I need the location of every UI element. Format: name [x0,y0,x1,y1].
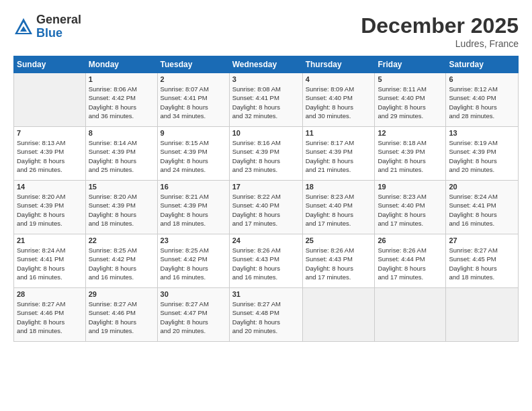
day-info: Sunrise: 8:27 AM Sunset: 4:48 PM Dayligh… [232,300,300,335]
col-monday: Monday [85,56,157,73]
day-cell: 31Sunrise: 8:27 AM Sunset: 4:48 PM Dayli… [229,288,302,342]
day-cell: 9Sunrise: 8:15 AM Sunset: 4:39 PM Daylig… [157,127,229,181]
day-info: Sunrise: 8:24 AM Sunset: 4:41 PM Dayligh… [449,192,515,228]
logo-text: General Blue [36,13,81,40]
day-cell: 18Sunrise: 8:23 AM Sunset: 4:40 PM Dayli… [302,181,375,234]
day-info: Sunrise: 8:06 AM Sunset: 4:42 PM Dayligh… [89,85,154,120]
day-number: 24 [232,236,300,244]
day-info: Sunrise: 8:08 AM Sunset: 4:41 PM Dayligh… [232,85,300,120]
day-cell: 12Sunrise: 8:18 AM Sunset: 4:39 PM Dayli… [375,127,446,181]
day-info: Sunrise: 8:23 AM Sunset: 4:40 PM Dayligh… [306,192,372,228]
day-cell: 20Sunrise: 8:24 AM Sunset: 4:41 PM Dayli… [446,181,519,234]
day-info: Sunrise: 8:25 AM Sunset: 4:42 PM Dayligh… [89,246,154,281]
day-info: Sunrise: 8:26 AM Sunset: 4:43 PM Dayligh… [306,246,372,281]
logo: General Blue [13,13,81,40]
day-cell: 10Sunrise: 8:16 AM Sunset: 4:39 PM Dayli… [229,127,302,181]
day-cell [375,288,446,342]
day-number: 10 [232,129,300,137]
day-number: 19 [378,183,443,191]
day-info: Sunrise: 8:22 AM Sunset: 4:40 PM Dayligh… [232,192,300,228]
day-number: 3 [232,75,300,83]
day-info: Sunrise: 8:15 AM Sunset: 4:39 PM Dayligh… [161,138,226,174]
day-cell: 23Sunrise: 8:25 AM Sunset: 4:42 PM Dayli… [157,234,229,288]
day-info: Sunrise: 8:24 AM Sunset: 4:41 PM Dayligh… [17,246,83,281]
day-cell: 13Sunrise: 8:19 AM Sunset: 4:39 PM Dayli… [446,127,519,181]
page: General Blue December 2025 Ludres, Franc… [0,0,532,411]
day-number: 27 [449,236,515,244]
day-number: 5 [378,75,443,83]
month-title: December 2025 [361,13,519,38]
day-number: 31 [232,290,300,298]
day-cell: 11Sunrise: 8:17 AM Sunset: 4:39 PM Dayli… [302,127,375,181]
week-row-3: 21Sunrise: 8:24 AM Sunset: 4:41 PM Dayli… [14,234,519,288]
location: Ludres, France [361,38,519,49]
day-cell: 30Sunrise: 8:27 AM Sunset: 4:47 PM Dayli… [157,288,229,342]
day-cell: 3Sunrise: 8:08 AM Sunset: 4:41 PM Daylig… [229,73,302,127]
day-info: Sunrise: 8:21 AM Sunset: 4:39 PM Dayligh… [161,192,226,228]
day-info: Sunrise: 8:19 AM Sunset: 4:39 PM Dayligh… [449,138,515,174]
day-info: Sunrise: 8:09 AM Sunset: 4:40 PM Dayligh… [306,85,372,120]
day-cell: 8Sunrise: 8:14 AM Sunset: 4:39 PM Daylig… [85,127,157,181]
day-cell: 26Sunrise: 8:26 AM Sunset: 4:44 PM Dayli… [375,234,446,288]
day-info: Sunrise: 8:17 AM Sunset: 4:39 PM Dayligh… [306,138,372,174]
header-row: Sunday Monday Tuesday Wednesday Thursday… [14,56,519,73]
day-number: 9 [161,129,226,137]
day-cell: 5Sunrise: 8:11 AM Sunset: 4:40 PM Daylig… [375,73,446,127]
calendar-table: Sunday Monday Tuesday Wednesday Thursday… [13,56,519,342]
day-cell: 25Sunrise: 8:26 AM Sunset: 4:43 PM Dayli… [302,234,375,288]
day-cell: 6Sunrise: 8:12 AM Sunset: 4:40 PM Daylig… [446,73,519,127]
day-info: Sunrise: 8:11 AM Sunset: 4:40 PM Dayligh… [378,85,443,120]
day-number: 20 [449,183,515,191]
week-row-4: 28Sunrise: 8:27 AM Sunset: 4:46 PM Dayli… [14,288,519,342]
day-number: 15 [89,183,154,191]
day-cell: 21Sunrise: 8:24 AM Sunset: 4:41 PM Dayli… [14,234,86,288]
day-number: 1 [89,75,154,83]
day-cell: 1Sunrise: 8:06 AM Sunset: 4:42 PM Daylig… [85,73,157,127]
day-number: 28 [17,290,83,298]
day-number: 16 [161,183,226,191]
day-number: 13 [449,129,515,137]
col-thursday: Thursday [302,56,375,73]
day-number: 30 [161,290,226,298]
col-sunday: Sunday [14,56,86,73]
week-row-1: 7Sunrise: 8:13 AM Sunset: 4:39 PM Daylig… [14,127,519,181]
day-info: Sunrise: 8:27 AM Sunset: 4:47 PM Dayligh… [161,300,226,335]
day-info: Sunrise: 8:27 AM Sunset: 4:45 PM Dayligh… [449,246,515,281]
day-info: Sunrise: 8:27 AM Sunset: 4:46 PM Dayligh… [89,300,154,335]
day-info: Sunrise: 8:26 AM Sunset: 4:44 PM Dayligh… [378,246,443,281]
day-cell: 7Sunrise: 8:13 AM Sunset: 4:39 PM Daylig… [14,127,86,181]
day-info: Sunrise: 8:27 AM Sunset: 4:46 PM Dayligh… [17,300,83,335]
day-number: 14 [17,183,83,191]
day-number: 2 [161,75,226,83]
day-info: Sunrise: 8:12 AM Sunset: 4:40 PM Dayligh… [449,85,515,120]
day-cell: 17Sunrise: 8:22 AM Sunset: 4:40 PM Dayli… [229,181,302,234]
day-cell: 2Sunrise: 8:07 AM Sunset: 4:41 PM Daylig… [157,73,229,127]
col-tuesday: Tuesday [157,56,229,73]
col-wednesday: Wednesday [229,56,302,73]
day-cell: 19Sunrise: 8:23 AM Sunset: 4:40 PM Dayli… [375,181,446,234]
day-number: 8 [89,129,154,137]
day-number: 29 [89,290,154,298]
logo-general: General [36,13,81,27]
day-cell: 24Sunrise: 8:26 AM Sunset: 4:43 PM Dayli… [229,234,302,288]
day-number: 22 [89,236,154,244]
day-number: 4 [306,75,372,83]
day-number: 12 [378,129,443,137]
header: General Blue December 2025 Ludres, Franc… [13,13,519,49]
day-number: 26 [378,236,443,244]
day-number: 23 [161,236,226,244]
day-cell [14,73,86,127]
day-info: Sunrise: 8:20 AM Sunset: 4:39 PM Dayligh… [89,192,154,228]
day-info: Sunrise: 8:14 AM Sunset: 4:39 PM Dayligh… [89,138,154,174]
logo-blue: Blue [36,27,81,40]
week-row-2: 14Sunrise: 8:20 AM Sunset: 4:39 PM Dayli… [14,181,519,234]
col-saturday: Saturday [446,56,519,73]
day-number: 17 [232,183,300,191]
day-number: 18 [306,183,372,191]
day-info: Sunrise: 8:07 AM Sunset: 4:41 PM Dayligh… [161,85,226,120]
day-cell: 27Sunrise: 8:27 AM Sunset: 4:45 PM Dayli… [446,234,519,288]
week-row-0: 1Sunrise: 8:06 AM Sunset: 4:42 PM Daylig… [14,73,519,127]
day-info: Sunrise: 8:23 AM Sunset: 4:40 PM Dayligh… [378,192,443,228]
day-info: Sunrise: 8:16 AM Sunset: 4:39 PM Dayligh… [232,138,300,174]
day-number: 21 [17,236,83,244]
